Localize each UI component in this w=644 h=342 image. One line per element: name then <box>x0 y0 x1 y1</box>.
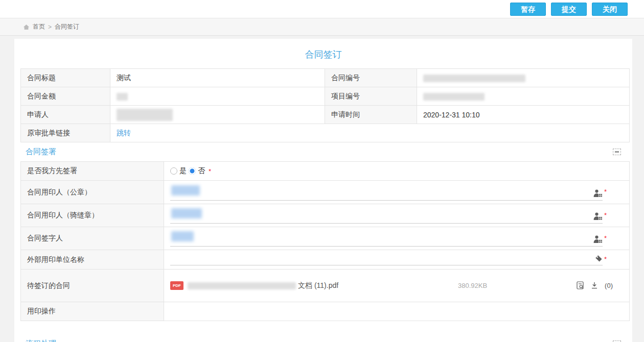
seal-cross-label: 合同用印人（骑缝章） <box>21 204 164 227</box>
required-mark: * <box>604 255 607 263</box>
table-row: 用印操作 <box>21 302 630 321</box>
submit-button[interactable]: 提交 <box>551 3 587 16</box>
project-no-value <box>417 87 630 106</box>
signer-input[interactable] <box>170 230 603 247</box>
contract-title-label: 合同标题 <box>21 69 110 87</box>
file-name[interactable]: 文档 (11).pdf <box>298 281 338 290</box>
process-section-header: 流程处理 <box>14 334 632 342</box>
download-icon[interactable] <box>591 282 598 289</box>
breadcrumb-separator: > <box>48 23 52 31</box>
person-select-icon[interactable] <box>593 212 603 222</box>
top-toolbar: 暂存 提交 关闭 <box>0 0 644 18</box>
contract-file-cell: PDF 文档 (11).pdf 380.92KB (0) <box>164 270 630 302</box>
first-sign-radio-group: 是 否 * <box>170 166 629 176</box>
page-title: 合同签订 <box>14 39 632 68</box>
applicant-label: 申请人 <box>21 106 110 124</box>
table-row: 待签订的合同 PDF 文档 (11).pdf 380.92KB (0) <box>21 270 630 302</box>
signer-field: * <box>164 227 630 250</box>
first-sign-label: 是否我方先签署 <box>21 162 164 181</box>
download-count: (0) <box>605 282 613 289</box>
seal-operation-label: 用印操作 <box>21 302 164 321</box>
breadcrumb-current: 合同签订 <box>55 22 79 31</box>
seal-official-input[interactable] <box>170 184 603 201</box>
table-row: 是否我方先签署 是 否 * <box>21 162 630 181</box>
external-unit-field: * <box>164 250 630 270</box>
table-row: 合同标题 测试 合同编号 <box>21 69 630 87</box>
external-unit-label: 外部用印单位名称 <box>21 250 164 270</box>
form-card: 合同签订 合同标题 测试 合同编号 合同金额 项目编号 申请人 申请时间 202… <box>14 39 632 342</box>
seal-official-field: * <box>164 181 630 204</box>
collapse-icon[interactable] <box>613 149 621 155</box>
contract-file-label: 待签订的合同 <box>21 270 164 302</box>
signer-label: 合同签字人 <box>21 227 164 250</box>
person-select-icon[interactable] <box>593 235 603 245</box>
contract-no-value <box>417 69 630 87</box>
seal-official-label: 合同用印人（公章） <box>21 181 164 204</box>
applicant-value <box>110 106 325 124</box>
approval-link-cell: 跳转 <box>110 124 630 142</box>
first-sign-value: 是 否 * <box>164 162 630 181</box>
apply-time-value: 2020-12-31 10:10 <box>417 106 630 124</box>
preview-icon[interactable] <box>577 281 584 290</box>
required-mark: * <box>604 234 607 242</box>
contract-title-value: 测试 <box>110 69 325 87</box>
contract-no-label: 合同编号 <box>325 69 417 87</box>
save-draft-button[interactable]: 暂存 <box>510 3 546 16</box>
sign-section-header: 合同签署 <box>14 142 632 161</box>
required-mark: * <box>209 167 211 175</box>
process-section-title: 流程处理 <box>26 339 56 342</box>
radio-no-label: 否 <box>198 166 205 176</box>
seal-operation-value <box>164 302 630 321</box>
required-mark: * <box>604 211 607 219</box>
sign-section-title: 合同签署 <box>26 147 56 157</box>
table-row: 外部用印单位名称 * <box>21 250 630 270</box>
breadcrumb: 首页 > 合同签订 <box>0 18 644 36</box>
radio-yes-label: 是 <box>179 166 187 176</box>
contract-info-table: 合同标题 测试 合同编号 合同金额 项目编号 申请人 申请时间 2020-12-… <box>20 68 630 142</box>
breadcrumb-home[interactable]: 首页 <box>33 22 45 31</box>
table-row: 申请人 申请时间 2020-12-31 10:10 <box>21 106 630 124</box>
amount-label: 合同金额 <box>21 87 110 106</box>
required-mark: * <box>604 188 607 196</box>
radio-no[interactable] <box>189 167 196 175</box>
home-icon <box>23 24 30 30</box>
person-select-icon[interactable] <box>593 189 603 199</box>
approval-link-label: 原审批单链接 <box>21 124 110 142</box>
table-row: 合同金额 项目编号 <box>21 87 630 106</box>
table-row: 合同用印人（骑缝章） * <box>21 204 630 227</box>
tag-icon[interactable] <box>595 255 603 264</box>
file-attachment-row: PDF 文档 (11).pdf 380.92KB (0) <box>170 281 629 290</box>
project-no-label: 项目编号 <box>325 87 417 106</box>
table-row: 原审批单链接 跳转 <box>21 124 630 142</box>
file-size: 380.92KB <box>458 282 487 289</box>
jump-link[interactable]: 跳转 <box>117 129 131 137</box>
apply-time-label: 申请时间 <box>325 106 417 124</box>
seal-cross-field: * <box>164 204 630 227</box>
table-row: 合同签字人 * <box>21 227 630 250</box>
sign-form-table: 是否我方先签署 是 否 * 合同用印人（公章） * <box>20 161 630 321</box>
radio-yes[interactable] <box>170 167 177 175</box>
close-button[interactable]: 关闭 <box>592 3 628 16</box>
amount-value <box>110 87 325 106</box>
seal-cross-input[interactable] <box>170 207 603 224</box>
external-unit-input[interactable] <box>170 254 603 265</box>
pdf-file-icon: PDF <box>170 281 183 290</box>
table-row: 合同用印人（公章） * <box>21 181 630 204</box>
